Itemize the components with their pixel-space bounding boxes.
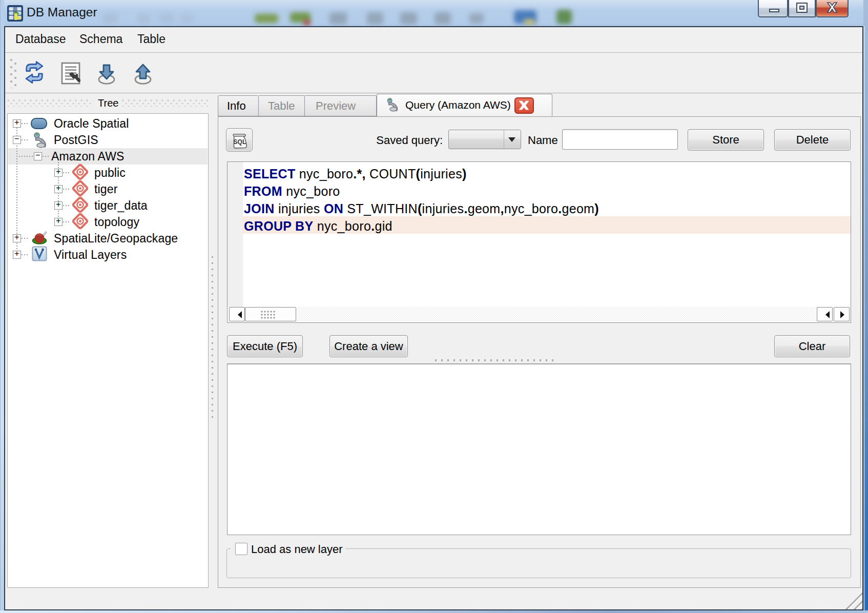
svg-text:SQL: SQL — [234, 138, 246, 146]
